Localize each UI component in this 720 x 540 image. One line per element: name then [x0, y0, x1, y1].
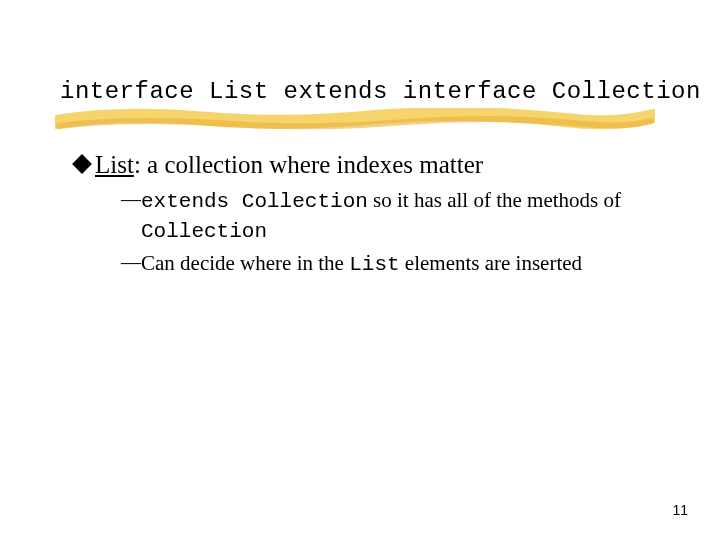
highlight-underline [55, 108, 655, 132]
slide-title: interface List extends interface Collect… [60, 78, 680, 105]
diamond-bullet-icon [72, 154, 92, 174]
title-text: interface List extends interface Collect… [60, 78, 701, 105]
slide: interface List extends interface Collect… [0, 0, 720, 540]
sub2-code-b: List [349, 253, 399, 276]
subbullet1-text: extends Collection so it has all of the … [141, 186, 660, 247]
title-word-extends: extends [284, 78, 388, 105]
subbullet-2: — Can decide where in the List elements … [121, 249, 660, 279]
bullet1-head: List [95, 151, 134, 178]
bullet-level1: List: a collection where indexes matter [75, 150, 660, 180]
bullet1-tail: : a collection where indexes matter [134, 151, 483, 178]
sub1-code-a: extends Collection [141, 190, 368, 213]
sub2-c: elements are inserted [400, 251, 583, 275]
dash-bullet-icon: — [121, 186, 141, 212]
title-word-interface: interface [60, 78, 194, 105]
subbullets: — extends Collection so it has all of th… [121, 186, 660, 279]
dash-bullet-icon: — [121, 249, 141, 275]
sub2-a: Can decide where in the [141, 251, 349, 275]
title-word-collection: Collection [552, 78, 701, 105]
sub1-code-c: Collection [141, 220, 267, 243]
title-word-list: List [209, 78, 269, 105]
subbullet2-text: Can decide where in the List elements ar… [141, 249, 582, 279]
title-word-interface2: interface [403, 78, 537, 105]
slide-body: List: a collection where indexes matter … [75, 150, 660, 281]
bullet1-text: List: a collection where indexes matter [95, 150, 483, 180]
sub1-mid: so it has all of the methods of [368, 188, 621, 212]
page-number: 11 [672, 502, 688, 518]
subbullet-1: — extends Collection so it has all of th… [121, 186, 660, 247]
